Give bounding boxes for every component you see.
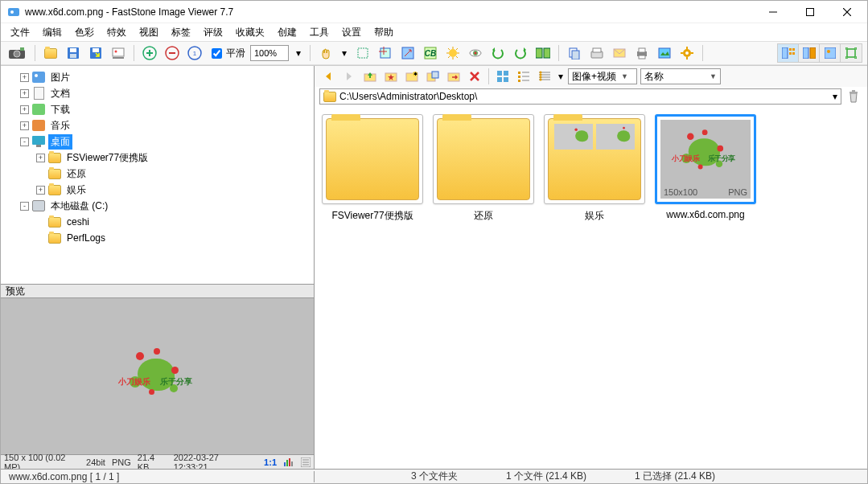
list-view-icon[interactable]: [515, 68, 533, 85]
delete-icon[interactable]: [466, 68, 483, 85]
preview-panel[interactable]: 小刀娱乐乐于分享: [1, 298, 314, 454]
thumbs-view-icon[interactable]: [494, 68, 512, 85]
compare-icon[interactable]: [534, 44, 552, 62]
save-as-icon[interactable]: [87, 44, 105, 62]
view-dropdown-icon[interactable]: ▾: [557, 68, 565, 85]
menu-view[interactable]: 视图: [134, 24, 163, 41]
filter-combo[interactable]: 图像+视频▼: [568, 68, 637, 84]
crop-icon[interactable]: [376, 44, 394, 62]
recycle-icon[interactable]: [845, 88, 862, 105]
smooth-checkbox[interactable]: 平滑: [208, 46, 245, 61]
print-icon[interactable]: [633, 44, 651, 62]
svg-rect-94: [518, 80, 520, 82]
open-icon[interactable]: [42, 44, 60, 62]
rotate-right-icon[interactable]: [512, 44, 529, 62]
save-icon[interactable]: [64, 44, 82, 62]
menu-file[interactable]: 文件: [6, 24, 35, 41]
tree-expand-icon[interactable]: +: [36, 154, 45, 162]
favorites-folder-icon[interactable]: [382, 68, 400, 85]
maximize-button[interactable]: [792, 1, 829, 23]
folder-tree[interactable]: +图片+文档+下载+音乐-桌面+FSViewer77便携版还原+娱乐-本地磁盘 …: [1, 66, 314, 284]
menu-tools[interactable]: 工具: [305, 24, 334, 41]
hand-dropdown-icon[interactable]: ▾: [339, 44, 349, 62]
info-icon[interactable]: [301, 457, 311, 467]
settings-icon[interactable]: [678, 44, 696, 62]
thumbnail-area[interactable]: FSViewer77便携版还原娱乐小刀娱乐乐于分享150x100PNGwww.x…: [315, 106, 867, 469]
tree-expand-icon[interactable]: +: [36, 186, 45, 195]
view-single-icon[interactable]: [820, 44, 841, 62]
zoom-in-icon[interactable]: [141, 44, 158, 62]
zoom-actual-icon[interactable]: 1: [186, 44, 204, 62]
details-view-icon[interactable]: [536, 68, 553, 85]
view-thumbnails-icon[interactable]: [778, 44, 799, 62]
svg-rect-42: [544, 48, 550, 58]
menu-rating[interactable]: 评级: [199, 24, 228, 41]
tree-item[interactable]: -桌面: [4, 133, 314, 150]
tree-item[interactable]: +音乐: [4, 117, 314, 133]
view-preview-icon[interactable]: [799, 44, 820, 62]
tree-expand-icon[interactable]: +: [20, 73, 29, 82]
menu-favorites[interactable]: 收藏夹: [231, 24, 269, 41]
resize-icon[interactable]: [399, 44, 417, 62]
menu-tag[interactable]: 标签: [167, 24, 195, 41]
menu-settings[interactable]: 设置: [337, 24, 366, 41]
back-icon[interactable]: [319, 68, 337, 85]
tree-expand-icon[interactable]: -: [20, 202, 29, 211]
tree-item[interactable]: 还原: [4, 166, 314, 182]
tree-item[interactable]: +图片: [4, 69, 314, 85]
sort-combo[interactable]: 名称▼: [640, 68, 721, 84]
copy-to-icon[interactable]: [424, 68, 442, 85]
tree-expand-icon[interactable]: +: [20, 121, 29, 130]
zoom-input[interactable]: [250, 45, 289, 61]
tree-item[interactable]: -本地磁盘 (C:): [4, 198, 314, 214]
redeye-icon[interactable]: [467, 44, 484, 62]
new-folder-icon[interactable]: ✱: [403, 68, 421, 85]
menu-create[interactable]: 创建: [273, 24, 302, 41]
menu-edit[interactable]: 编辑: [38, 24, 67, 41]
acquire-icon[interactable]: [6, 44, 28, 62]
up-icon[interactable]: [361, 68, 379, 85]
svg-rect-107: [852, 90, 855, 92]
tree-expand-icon[interactable]: +: [20, 89, 29, 98]
tree-item[interactable]: +文档: [4, 85, 314, 101]
menu-help[interactable]: 帮助: [369, 24, 398, 41]
tree-item[interactable]: ceshi: [4, 214, 314, 230]
tree-expand-icon[interactable]: -: [20, 137, 29, 146]
chevron-down-icon: ▼: [621, 72, 628, 80]
forward-icon[interactable]: [340, 68, 358, 85]
menu-color[interactable]: 色彩: [70, 24, 99, 41]
minimize-button[interactable]: [755, 1, 792, 23]
thumbnail-item[interactable]: 娱乐: [543, 114, 646, 223]
move-to-icon[interactable]: [445, 68, 463, 85]
chevron-down-icon[interactable]: ▾: [833, 91, 837, 102]
tree-item[interactable]: +FSViewer77便携版: [4, 150, 314, 166]
wallpaper-icon[interactable]: [656, 44, 673, 62]
thumbnail-item[interactable]: FSViewer77便携版: [321, 114, 424, 223]
svg-rect-67: [847, 49, 855, 57]
slideshow-icon[interactable]: [109, 44, 127, 62]
text-icon[interactable]: CB: [422, 44, 439, 62]
menu-effects[interactable]: 特效: [102, 24, 131, 41]
close-button[interactable]: [829, 1, 866, 23]
email-icon[interactable]: [611, 44, 628, 62]
select-icon[interactable]: [354, 44, 372, 62]
zoom-dropdown-icon[interactable]: ▾: [294, 44, 303, 62]
scan-icon[interactable]: [588, 44, 606, 62]
path-input[interactable]: C:\Users\Administrator\Desktop\ ▾: [319, 88, 841, 105]
hand-icon[interactable]: [317, 44, 335, 62]
svg-point-103: [540, 74, 542, 76]
thumbnail-item[interactable]: 还原: [432, 114, 535, 223]
view-fullscreen-icon[interactable]: [841, 44, 862, 62]
tree-item[interactable]: +下载: [4, 101, 314, 117]
thumbnail-item[interactable]: 小刀娱乐乐于分享150x100PNGwww.x6d.com.png: [654, 114, 757, 223]
adjust-icon[interactable]: [444, 44, 462, 62]
histogram-icon[interactable]: [283, 457, 294, 467]
tree-node-icon: [48, 183, 61, 196]
tree-item[interactable]: +娱乐: [4, 182, 314, 198]
zoom-out-icon[interactable]: [163, 44, 181, 62]
copy-icon[interactable]: [566, 44, 583, 62]
smooth-check-input[interactable]: [212, 48, 222, 59]
tree-item[interactable]: PerfLogs: [4, 230, 314, 246]
rotate-left-icon[interactable]: [489, 44, 507, 62]
tree-expand-icon[interactable]: +: [20, 105, 29, 114]
